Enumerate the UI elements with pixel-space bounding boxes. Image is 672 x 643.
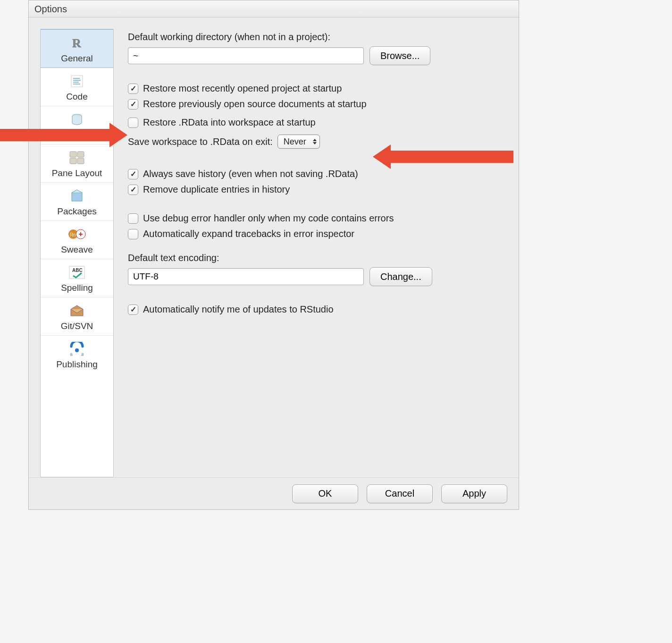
encoding-label: Default text encoding: (128, 253, 507, 263)
r-logo-icon: R (67, 34, 86, 51)
debug-handler-checkbox[interactable] (128, 213, 138, 224)
sidebar-item-label: Appearance (53, 130, 101, 140)
sidebar-item-publishing[interactable]: Publishing (41, 336, 113, 373)
sidebar-item-label: Git/SVN (61, 321, 93, 331)
always-save-history-label[interactable]: Always save history (even when not savin… (143, 169, 358, 179)
svg-point-16 (75, 348, 79, 352)
svg-text:R: R (72, 36, 81, 50)
sweave-icon: Rnw (67, 226, 86, 243)
svg-rect-7 (70, 152, 76, 157)
notify-updates-checkbox[interactable] (128, 305, 138, 315)
options-sidebar: R General Code (40, 29, 114, 477)
sidebar-item-code[interactable]: Code (41, 68, 113, 106)
encoding-input[interactable] (128, 268, 364, 285)
sidebar-item-label: Spelling (61, 283, 93, 293)
dialog-content: R General Code (29, 17, 519, 477)
svg-rect-1 (71, 76, 83, 87)
pane-layout-icon (69, 149, 85, 166)
save-workspace-select[interactable]: Never (277, 135, 320, 149)
code-icon (69, 73, 84, 90)
restore-docs-checkbox[interactable] (128, 99, 138, 110)
svg-text:ABC: ABC (72, 268, 83, 273)
svg-rect-8 (77, 152, 84, 157)
save-workspace-label: Save workspace to .RData on exit: (128, 136, 273, 147)
sidebar-item-label: General (61, 53, 93, 64)
spelling-icon: ABC (67, 264, 86, 281)
cancel-button[interactable]: Cancel (367, 484, 433, 503)
sidebar-item-label: Pane Layout (52, 168, 102, 178)
dialog-footer: OK Cancel Apply (29, 477, 519, 509)
working-dir-label: Default working directory (when not in a… (128, 32, 507, 42)
select-caret-icon (313, 139, 317, 144)
apply-button[interactable]: Apply (441, 484, 507, 503)
save-workspace-value: Never (284, 137, 306, 147)
restore-rdata-checkbox[interactable] (128, 118, 138, 128)
sidebar-item-label: Packages (57, 206, 96, 217)
svg-rect-9 (70, 158, 76, 164)
git-svn-icon (69, 302, 85, 319)
sidebar-item-general[interactable]: R General (41, 29, 113, 68)
expand-traceback-checkbox[interactable] (128, 229, 138, 239)
always-save-history-checkbox[interactable] (128, 169, 138, 179)
sidebar-item-packages[interactable]: Packages (41, 183, 113, 221)
dialog-title: Options (29, 0, 519, 17)
remove-dup-history-label[interactable]: Remove duplicate entries in history (143, 184, 290, 195)
packages-icon (69, 187, 85, 204)
sidebar-item-label: Code (66, 92, 87, 102)
general-options-panel: Default working directory (when not in a… (114, 29, 507, 477)
sidebar-item-appearance[interactable]: Appearance (41, 106, 113, 144)
restore-rdata-label[interactable]: Restore .RData into workspace at startup (143, 117, 316, 128)
remove-dup-history-checkbox[interactable] (128, 185, 138, 195)
svg-rect-10 (77, 158, 84, 164)
notify-updates-label[interactable]: Automatically notify me of updates to RS… (143, 304, 334, 315)
browse-button[interactable]: Browse... (370, 46, 430, 65)
sidebar-item-sweave[interactable]: Rnw Sweave (41, 221, 113, 259)
appearance-icon (69, 111, 85, 128)
working-dir-input[interactable] (128, 47, 364, 64)
publishing-icon (68, 340, 85, 357)
expand-traceback-label[interactable]: Automatically expand tracebacks in error… (143, 228, 354, 239)
sidebar-item-label: Sweave (61, 245, 93, 255)
change-button[interactable]: Change... (370, 267, 432, 286)
restore-docs-label[interactable]: Restore previously open source documents… (143, 99, 367, 110)
ok-button[interactable]: OK (292, 484, 358, 503)
debug-handler-label[interactable]: Use debug error handler only when my cod… (143, 213, 394, 224)
sidebar-item-pane-layout[interactable]: Pane Layout (41, 144, 113, 183)
restore-project-checkbox[interactable] (128, 84, 138, 94)
options-dialog: Options R General (28, 0, 519, 510)
sidebar-item-label: Publishing (56, 359, 98, 370)
restore-project-label[interactable]: Restore most recently opened project at … (143, 83, 342, 94)
sidebar-item-spelling[interactable]: ABC Spelling (41, 259, 113, 297)
sidebar-item-git-svn[interactable]: Git/SVN (41, 297, 113, 336)
